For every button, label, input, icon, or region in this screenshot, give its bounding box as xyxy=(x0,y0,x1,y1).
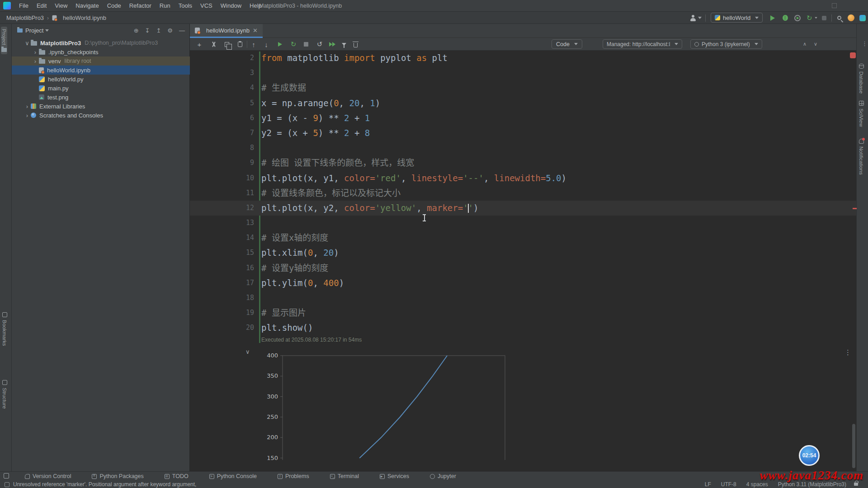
lock-icon[interactable] xyxy=(854,483,858,486)
tree-item-scratches-and-consoles[interactable]: ›Scratches and Consoles xyxy=(12,111,190,120)
chevron-collapsed-icon[interactable]: › xyxy=(24,103,31,110)
code-text: y1 = (x - 9) ** 2 + 1 xyxy=(261,111,370,126)
breadcrumb-project[interactable]: MatplotlibPro3 xyxy=(6,14,44,21)
tool-window-button-python-console[interactable]: Python Console xyxy=(209,473,257,479)
run-cell-button[interactable] xyxy=(275,40,285,49)
move-cell-up-button[interactable]: ↑ xyxy=(249,40,259,49)
next-cell-button[interactable]: ∨ xyxy=(814,41,817,47)
menu-item-run[interactable]: Run xyxy=(156,0,175,11)
token: linewidth= xyxy=(494,173,546,183)
tool-window-button-terminal[interactable]: Terminal xyxy=(330,473,359,479)
chevron-collapsed-icon[interactable]: › xyxy=(32,49,39,56)
chevron-expanded-icon[interactable]: ∨ xyxy=(24,40,31,47)
tree-item-main-py[interactable]: main.py xyxy=(12,84,190,93)
copy-cell-button[interactable] xyxy=(222,40,232,49)
encoding-widget[interactable]: UTF-8 xyxy=(721,481,736,488)
tree-item-test-png[interactable]: test.png xyxy=(12,93,190,102)
cell-type-dropdown[interactable]: Code xyxy=(552,39,582,49)
tool-window-button-todo[interactable]: TODO xyxy=(165,473,189,479)
locate-file-button[interactable]: ⊕ xyxy=(134,27,139,34)
menu-item-edit[interactable]: Edit xyxy=(33,0,51,11)
restart-kernel-button[interactable]: ↻ xyxy=(288,40,298,49)
tool-stripe-sciview[interactable]: SciView xyxy=(859,101,864,127)
menu-item-refactor[interactable]: Refactor xyxy=(125,0,156,11)
filter-outputs-button[interactable] xyxy=(339,40,349,49)
delete-cell-button[interactable] xyxy=(350,40,360,49)
interrupt-kernel-button[interactable] xyxy=(301,40,311,49)
run-all-cells-button[interactable] xyxy=(327,40,337,49)
tool-stripe-project[interactable]: Project xyxy=(1,27,7,54)
update-available-button[interactable] xyxy=(848,13,854,23)
collapse-output-icon[interactable]: ∨ xyxy=(245,348,250,355)
paste-cell-button[interactable] xyxy=(235,40,245,49)
plugin-button[interactable] xyxy=(859,13,866,23)
search-everywhere-button[interactable] xyxy=(837,13,841,23)
output-options-kebab-icon[interactable]: ⋮ xyxy=(844,348,851,357)
tree-item-external-libraries[interactable]: ›External Libraries xyxy=(12,102,190,111)
previous-cell-button[interactable]: ∧ xyxy=(803,41,807,47)
tool-stripe-bookmarks[interactable]: Bookmarks xyxy=(2,312,7,346)
tree-root-row[interactable]: ∨ MatplotlibPro3 D:\python_pro\Matplotli… xyxy=(12,38,190,47)
add-cell-button[interactable]: + xyxy=(194,40,204,49)
menu-item-tools[interactable]: Tools xyxy=(175,0,196,11)
menu-item-window[interactable]: Window xyxy=(217,0,245,11)
move-cell-down-button[interactable]: ↓ xyxy=(261,40,271,49)
jupyter-server-dropdown[interactable]: Managed: http://localhost:8888 xyxy=(603,39,682,49)
collapse-all-button[interactable]: ↥ xyxy=(156,27,161,34)
settings-gear-icon[interactable]: ⚙ xyxy=(167,27,173,34)
tool-window-button-services[interactable]: Services xyxy=(380,473,409,479)
token: 8 xyxy=(365,128,370,138)
pkg-icon xyxy=(92,474,97,479)
tree-item-helloworld-py[interactable]: helloWorld.py xyxy=(12,75,190,84)
left-tool-stripe: Project BookmarksStructure xyxy=(0,24,12,471)
menu-item-navigate[interactable]: Navigate xyxy=(71,0,103,11)
editor-options-kebab-icon[interactable]: ⋮ xyxy=(862,40,868,47)
chevron-collapsed-icon[interactable]: › xyxy=(24,112,31,119)
tree-item-ipynb-checkpoints[interactable]: ›.ipynb_checkpoints xyxy=(12,47,190,56)
code-editor[interactable]: 2from matplotlib import pyplot as plt34#… xyxy=(190,51,856,345)
tool-window-button-jupyter[interactable]: Jupyter xyxy=(430,473,456,479)
stop-button[interactable] xyxy=(822,13,826,23)
tool-stripe-notifications[interactable]: Notifications xyxy=(859,139,864,175)
tree-root-name: MatplotlibPro3 xyxy=(40,40,81,47)
profile-menu-button[interactable] xyxy=(690,13,702,23)
run-button[interactable] xyxy=(770,13,775,23)
breadcrumb-file[interactable]: helloWorld.ipynb xyxy=(63,14,106,21)
menu-item-view[interactable]: View xyxy=(51,0,71,11)
restart-and-run-all-button[interactable]: ↺ xyxy=(315,40,325,49)
run-with-coverage-button[interactable] xyxy=(794,13,801,23)
error-stripe-mark[interactable] xyxy=(853,208,857,209)
tool-window-button-version-control[interactable]: Version Control xyxy=(25,473,71,479)
project-panel-title[interactable]: Project xyxy=(25,27,43,34)
token: as xyxy=(416,53,427,63)
code-line-20: 20plt.show() xyxy=(190,320,856,335)
window-restore-button[interactable] xyxy=(832,3,837,8)
debug-button[interactable] xyxy=(783,13,788,23)
menu-item-code[interactable]: Code xyxy=(103,0,125,11)
close-tab-icon[interactable]: ✕ xyxy=(253,27,258,34)
tree-item-venv[interactable]: ›venvlibrary root xyxy=(12,56,190,66)
chevron-collapsed-icon[interactable]: › xyxy=(32,58,39,65)
cut-cell-button[interactable] xyxy=(209,40,219,49)
editor-tab-helloworld[interactable]: helloWorld.ipynb ✕ xyxy=(190,24,263,38)
inspections-error-widget[interactable] xyxy=(850,52,856,58)
tool-stripe-structure[interactable]: Structure xyxy=(2,380,7,409)
stop-icon xyxy=(304,42,308,47)
menu-item-vcs[interactable]: VCS xyxy=(196,0,217,11)
expand-all-button[interactable]: ↧ xyxy=(145,27,150,34)
menu-item-file[interactable]: File xyxy=(15,0,33,11)
rerun-button[interactable]: ↻ xyxy=(807,13,818,23)
matplotlib-plot xyxy=(190,345,856,460)
editor-scrollbar[interactable] xyxy=(852,424,855,468)
tool-stripe-database[interactable]: Database xyxy=(859,64,864,94)
kernel-dropdown[interactable]: Python 3 (ipykernel) xyxy=(690,39,762,49)
hide-panel-button[interactable]: — xyxy=(179,27,185,34)
quick-access-button[interactable] xyxy=(4,473,9,479)
tool-window-button-python-packages[interactable]: Python Packages xyxy=(92,473,143,479)
line-separator-widget[interactable]: LF xyxy=(705,481,711,488)
run-configuration-dropdown[interactable]: helloWorld xyxy=(711,13,763,23)
tool-window-button-problems[interactable]: Problems xyxy=(278,473,309,479)
tree-item-label: test.png xyxy=(47,94,68,101)
code-text: # 生成数据 xyxy=(261,80,306,95)
tree-item-helloworld-ipynb[interactable]: helloWorld.ipynb xyxy=(12,66,190,75)
